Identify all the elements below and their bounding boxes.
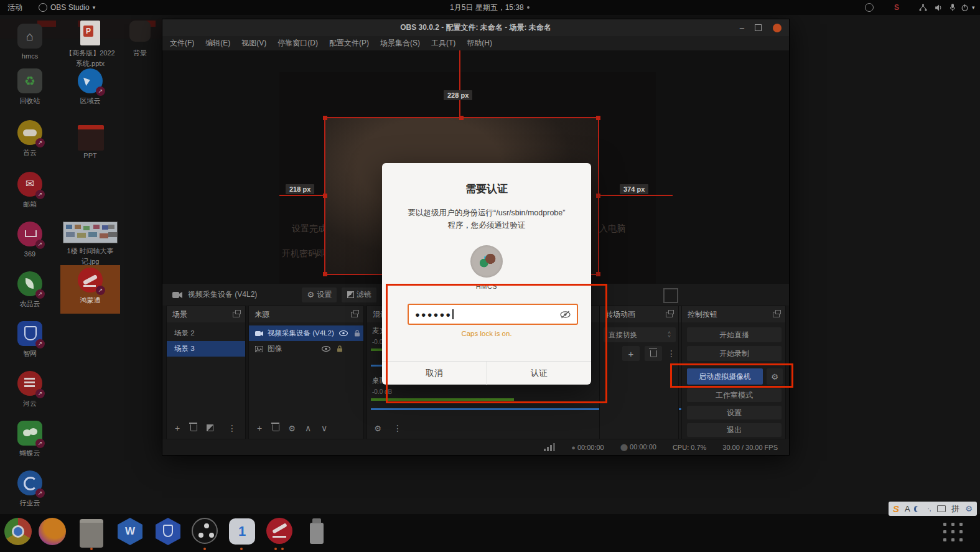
- desktop-icon-mail[interactable]: ✉ ↗ 邮箱: [0, 172, 60, 210]
- app-indicator[interactable]: OBS Studio ▾: [39, 0, 95, 15]
- desktop-icon-quyuyun[interactable]: ↗ 区域云: [60, 68, 120, 106]
- transition-select[interactable]: 直接切换 ˄˅: [604, 327, 676, 342]
- scene-more-button[interactable]: ⋮: [224, 423, 240, 433]
- input-method-toolbar[interactable]: S A ·, 拼 ⚙: [889, 502, 977, 516]
- sogou-tray-icon[interactable]: S: [894, 0, 899, 15]
- move-source-down-button[interactable]: ∨: [316, 423, 332, 433]
- popout-icon[interactable]: [773, 312, 780, 317]
- desktop-icon-nongpinyun[interactable]: ↗ 农品云: [0, 271, 60, 309]
- ppt-folder-icon: [78, 125, 104, 151]
- menu-file[interactable]: 文件(F): [170, 38, 194, 49]
- keyboard-icon[interactable]: [937, 505, 946, 512]
- menu-scene-collection[interactable]: 场景集合(S): [380, 38, 420, 49]
- desktop-icon-hongmengtong[interactable]: ↗ 鸿蒙通: [60, 268, 120, 306]
- dock-firefox-icon[interactable]: [39, 518, 66, 545]
- desktop-icon-ppt-folder[interactable]: PPT: [60, 123, 120, 161]
- resize-handle[interactable]: [596, 116, 600, 120]
- add-source-button[interactable]: +: [251, 423, 268, 433]
- maximize-button[interactable]: [755, 24, 762, 31]
- gear-icon[interactable]: ⚙: [965, 505, 973, 513]
- desktop-icon-369[interactable]: ↗ 369: [0, 222, 60, 260]
- input-source-indicator[interactable]: [865, 0, 874, 15]
- chevron-down-icon[interactable]: ▾: [972, 0, 975, 15]
- source-properties-button[interactable]: ⚙: [284, 424, 300, 433]
- start-streaming-button[interactable]: 开始直播: [687, 327, 782, 342]
- transition-more-button[interactable]: ⋮: [667, 349, 676, 358]
- start-recording-button[interactable]: 开始录制: [687, 346, 782, 361]
- desktop-icon-hudieyun[interactable]: ↗ 蝴蝶云: [0, 421, 60, 459]
- studio-mode-button[interactable]: 工作室模式: [687, 388, 782, 402]
- dock-shield-app-icon[interactable]: [154, 518, 182, 545]
- mixer-more-button[interactable]: ⋮: [390, 423, 406, 433]
- show-applications-button[interactable]: [943, 523, 964, 543]
- lock-icon[interactable]: [354, 330, 360, 337]
- remove-source-button[interactable]: [268, 423, 284, 433]
- resize-handle[interactable]: [459, 116, 464, 120]
- settings-button[interactable]: 设置: [687, 406, 782, 419]
- menu-view[interactable]: 视图(V): [241, 38, 266, 49]
- source-filters-button[interactable]: 滤镜: [342, 288, 376, 302]
- desktop-icon-heyun[interactable]: ↗ 河云: [0, 371, 60, 409]
- exit-button[interactable]: 退出: [687, 423, 782, 437]
- scene-filters-button[interactable]: [202, 423, 218, 433]
- mixer-settings-button[interactable]: ⚙: [370, 424, 386, 433]
- menu-edit[interactable]: 编辑(E): [205, 38, 230, 49]
- desktop-icon-home[interactable]: ⌂ hmcs: [0, 24, 60, 62]
- popout-icon[interactable]: [351, 312, 358, 317]
- running-indicator: [240, 548, 243, 550]
- add-transition-button[interactable]: +: [622, 346, 640, 361]
- close-button[interactable]: [773, 24, 782, 32]
- source-settings-button[interactable]: ⚙ 设置: [302, 288, 337, 302]
- microphone-icon[interactable]: [950, 0, 955, 15]
- desktop-icon-shouyun[interactable]: ↗ 首云: [0, 120, 60, 158]
- moon-icon[interactable]: [916, 506, 922, 512]
- pinyin-mode[interactable]: 拼: [951, 503, 959, 515]
- popout-icon[interactable]: [233, 312, 240, 317]
- source-item[interactable]: 图像: [249, 341, 363, 357]
- scene-item[interactable]: 场景 2: [167, 325, 245, 341]
- spinner-icons: ˄˅: [668, 331, 671, 339]
- desktop-icon-recycle-bin[interactable]: ♻ 回收站: [0, 68, 60, 106]
- activities-button[interactable]: 活动: [7, 0, 22, 15]
- resize-handle[interactable]: [323, 116, 327, 120]
- network-icon[interactable]: [919, 0, 927, 15]
- desktop-icon-zhiwang[interactable]: ↗ 智网: [0, 321, 60, 359]
- source-item-selected[interactable]: 视频采集设备 (V4L2): [249, 325, 363, 341]
- dock-meeting-app-icon[interactable]: 1: [228, 518, 256, 545]
- menu-profile[interactable]: 配置文件(P): [329, 38, 369, 49]
- volume-icon[interactable]: [935, 0, 943, 15]
- obs-titlebar[interactable]: OBS 30.0.2 - 配置文件: 未命名 - 场景: 未命名 –: [162, 19, 789, 36]
- menu-help[interactable]: 帮助(H): [467, 38, 492, 49]
- clock[interactable]: 1月5日 星期五，15:38: [450, 0, 530, 15]
- trash-icon: [190, 424, 197, 431]
- scene-item-selected[interactable]: 场景 3: [167, 341, 245, 357]
- popout-icon[interactable]: [666, 312, 673, 317]
- desktop-icon-hangyeyun[interactable]: ↗ 行业云: [0, 470, 60, 508]
- remove-scene-button[interactable]: [185, 423, 202, 433]
- move-source-up-button[interactable]: ∧: [300, 423, 316, 433]
- minimize-button[interactable]: –: [740, 23, 744, 32]
- dock-obs-icon[interactable]: [192, 518, 219, 545]
- menu-tools[interactable]: 工具(T): [431, 38, 455, 49]
- power-icon[interactable]: [961, 0, 968, 15]
- remove-transition-button[interactable]: [645, 346, 662, 361]
- add-scene-button[interactable]: +: [169, 423, 185, 433]
- punctuation-icon[interactable]: ·,: [927, 505, 931, 512]
- dock-red-app-icon[interactable]: [266, 518, 294, 545]
- dock-usb-drive-icon[interactable]: [303, 518, 330, 545]
- dock-files-icon[interactable]: [78, 518, 105, 545]
- cpu-usage: CPU: 0.7%: [673, 444, 706, 451]
- dock-chrome-icon[interactable]: [4, 518, 32, 545]
- menu-docks[interactable]: 停靠窗口(D): [278, 38, 318, 49]
- desktop-icon-timeline-jpg[interactable]: 1楼 时间轴大事 记.jpg: [60, 222, 120, 266]
- sogou-logo[interactable]: S: [893, 503, 899, 514]
- desktop-icon-background-partial[interactable]: 背景: [121, 21, 159, 58]
- eye-icon[interactable]: [322, 346, 330, 352]
- desktop-icon-pptx-file[interactable]: P 【商务版】2022 系统.pptx: [60, 21, 120, 68]
- dock-wps-icon[interactable]: W: [116, 518, 144, 545]
- lock-icon[interactable]: [337, 345, 343, 352]
- input-mode-letter[interactable]: A: [905, 504, 910, 513]
- resize-handle[interactable]: [596, 272, 600, 276]
- eye-icon[interactable]: [339, 330, 348, 336]
- resize-handle[interactable]: [323, 272, 327, 276]
